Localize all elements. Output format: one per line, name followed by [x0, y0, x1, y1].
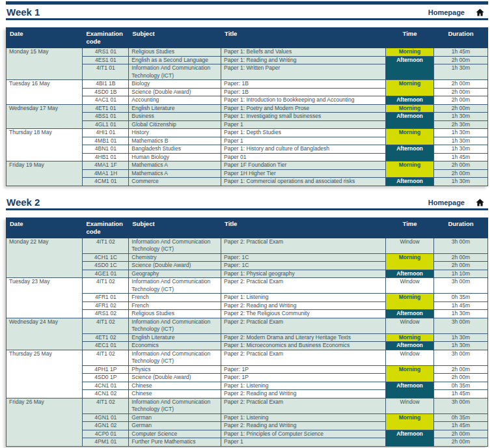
title-cell: Paper 2: Practical Exam: [221, 278, 386, 294]
exam-code-cell: 4IT1 02: [83, 350, 129, 365]
duration-cell: 2h 00m: [433, 438, 487, 447]
subject-cell: English Literature: [129, 104, 221, 113]
exam-code-cell: 4ET1 01: [83, 104, 129, 113]
subject-cell: French: [129, 301, 221, 310]
exam-code-cell: 4PH1 1P: [83, 365, 129, 374]
exam-row: Friday 19 May4MA1 1FMathematics APaper 1…: [7, 161, 488, 170]
exam-row: Tuesday 16 May4BI1 1BBiologyPaper: 1BMor…: [7, 80, 488, 89]
subject-cell: French: [129, 294, 221, 302]
duration-cell: 1h 30m: [433, 178, 487, 186]
duration-cell: 2h 00m: [433, 262, 487, 270]
exam-code-cell: 4GL1 01: [83, 120, 129, 129]
homepage-link[interactable]: Homepage: [428, 199, 465, 206]
duration-cell: 3h 00m: [433, 238, 487, 253]
exam-code-cell: 4FR1 01: [83, 294, 129, 302]
exam-code-cell: 4IT1 02: [83, 278, 129, 294]
subject-cell: English Literature: [129, 333, 221, 342]
time-cell-morning: Morning: [386, 80, 434, 96]
week-2-title: Week 2: [7, 197, 40, 208]
title-cell: Paper 1: Listening: [221, 382, 386, 390]
time-cell-afternoon: Afternoon: [386, 113, 434, 129]
date-cell: Monday 15 May: [7, 48, 83, 80]
time-cell-afternoon: Afternoon: [386, 145, 434, 161]
time-cell-morning: Morning: [386, 365, 434, 382]
title-cell: Paper 2: Reading and Writing: [221, 301, 386, 310]
title-cell: Paper: 1P: [221, 374, 386, 382]
subject-cell: History: [129, 129, 221, 137]
time-cell-afternoon: Afternoon: [386, 56, 434, 80]
exam-code-cell: 4IT1 01: [83, 64, 129, 80]
subject-cell: Chinese: [129, 390, 221, 399]
exam-code-cell: 4SD0 1P: [83, 374, 129, 382]
exam-code-cell: 4RS1 02: [83, 310, 129, 318]
subject-cell: Information And Communication Technology…: [129, 64, 221, 80]
duration-cell: 0h 35m: [433, 294, 487, 302]
table-header-row: DateExamination codeSubjectTitleTimeDura…: [7, 28, 488, 48]
homepage-link[interactable]: Homepage: [428, 8, 465, 16]
subject-cell: Accounting: [129, 96, 221, 105]
exam-code-cell: 4EC1 01: [83, 342, 129, 350]
exam-code-cell: 4HI1 01: [83, 129, 129, 137]
subject-cell: Religious Studies: [129, 48, 221, 57]
column-header-title: Title: [221, 217, 386, 238]
exam-code-cell: 4ET1 02: [83, 333, 129, 342]
home-icon[interactable]: [475, 198, 485, 207]
title-cell: Paper 1: Listening: [221, 413, 386, 422]
subject-cell: Information And Communication Technology…: [129, 278, 221, 294]
exam-row: Monday 22 May4IT1 02Information And Comm…: [7, 238, 488, 253]
column-header-time: Time: [386, 28, 434, 48]
time-cell-morning: Morning: [386, 161, 434, 178]
exam-row: Tuesday 23 May4IT1 02Information And Com…: [7, 278, 488, 294]
subject-cell: English as a Second Language: [129, 56, 221, 64]
title-cell: Paper 1: Introduction to Bookkeeping and…: [221, 96, 386, 105]
time-cell-morning: Morning: [386, 48, 434, 57]
column-header-title: Title: [221, 28, 386, 48]
time-cell-morning: Morning: [386, 104, 434, 113]
duration-cell: 1h 45m: [433, 390, 487, 399]
duration-cell: 1h 30m: [433, 342, 487, 350]
duration-cell: 0h 35m: [433, 413, 487, 422]
subject-cell: Information And Communication Technology…: [129, 318, 221, 333]
subject-cell: Mathematics B: [129, 137, 221, 145]
week-1-header: Week 1 Homepage: [6, 5, 488, 18]
duration-cell: 2h 00m: [433, 365, 487, 374]
title-cell: Paper: 1C: [221, 253, 386, 262]
title-cell: Paper: 1C: [221, 262, 386, 270]
title-cell: Paper 1: Investigating small businesses: [221, 113, 386, 121]
title-cell: Paper 1: Depth Studies: [221, 129, 386, 137]
title-cell: Paper 1F Foundation Tier: [221, 161, 386, 170]
subject-cell: Human Biology: [129, 153, 221, 161]
week-2-title-rule: [6, 208, 488, 210]
duration-cell: 2h 00m: [433, 56, 487, 64]
exam-code-cell: 4HB1 01: [83, 153, 129, 161]
title-cell: Paper 2: Practical Exam: [221, 398, 386, 413]
duration-cell: 1h 45m: [433, 153, 487, 161]
subject-cell: Business: [129, 113, 221, 121]
time-cell-afternoon: Afternoon: [386, 430, 434, 446]
subject-cell: Chemistry: [129, 253, 221, 262]
date-cell: Wednesday 24 May: [7, 318, 83, 350]
title-cell: Paper: 1B: [221, 88, 386, 96]
time-cell-window: Window: [386, 318, 434, 333]
subject-cell: Science (Double Award): [129, 262, 221, 270]
exam-code-cell: 4IT1 02: [83, 398, 129, 413]
exam-code-cell: 4CN1 01: [83, 382, 129, 390]
time-cell-afternoon: Afternoon: [386, 310, 434, 318]
subject-cell: Science (Double Award): [129, 374, 221, 382]
exam-code-cell: 4CH1 1C: [83, 253, 129, 262]
time-cell-morning: Morning: [386, 333, 434, 342]
subject-cell: German: [129, 413, 221, 422]
time-cell-window: Window: [386, 238, 434, 253]
title-cell: Paper 1: [221, 137, 386, 145]
exam-row: Wednesday 17 May4ET1 01English Literatur…: [7, 104, 488, 113]
exam-code-cell: 4GE1 01: [83, 270, 129, 278]
duration-cell: 2h 00m: [433, 104, 487, 113]
time-cell-morning: Morning: [386, 294, 434, 310]
exam-code-cell: 4BN1 01: [83, 145, 129, 154]
time-cell-window: Window: [386, 350, 434, 365]
home-icon[interactable]: [475, 8, 485, 17]
week-1-section: Week 1 Homepage DateExamination codeSubj…: [6, 5, 488, 186]
date-cell: Wednesday 17 May: [7, 104, 83, 129]
column-header-examination-code: Examination code: [83, 217, 129, 238]
duration-cell: 1h 30m: [433, 333, 487, 342]
